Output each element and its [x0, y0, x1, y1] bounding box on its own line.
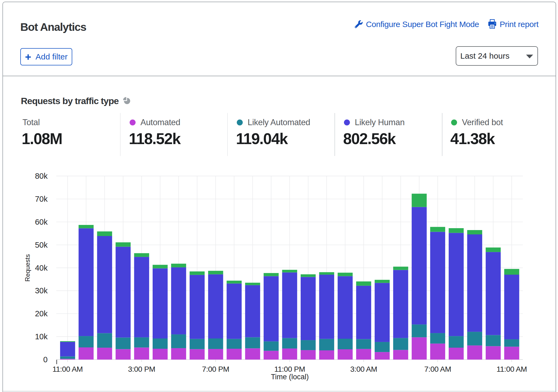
svg-text:Requests: Requests — [24, 254, 31, 281]
svg-text:30k: 30k — [35, 286, 48, 295]
svg-text:40k: 40k — [35, 264, 48, 272]
svg-text:7:00 AM: 7:00 AM — [424, 365, 451, 373]
svg-text:3:00 AM: 3:00 AM — [350, 365, 377, 373]
svg-text:7:00 PM: 7:00 PM — [202, 365, 229, 373]
svg-text:11:00 AM: 11:00 AM — [497, 365, 527, 373]
svg-text:50k: 50k — [35, 241, 48, 249]
svg-text:60k: 60k — [35, 218, 48, 226]
svg-text:0: 0 — [43, 355, 48, 364]
svg-text:10k: 10k — [35, 332, 48, 341]
svg-text:20k: 20k — [35, 309, 48, 318]
svg-text:70k: 70k — [35, 195, 48, 203]
svg-text:Time (local): Time (local) — [271, 373, 309, 381]
svg-text:3:00 PM: 3:00 PM — [128, 365, 155, 373]
svg-text:80k: 80k — [35, 172, 48, 180]
svg-text:11:00 AM: 11:00 AM — [52, 365, 83, 373]
svg-text:11:00 PM: 11:00 PM — [274, 365, 305, 373]
